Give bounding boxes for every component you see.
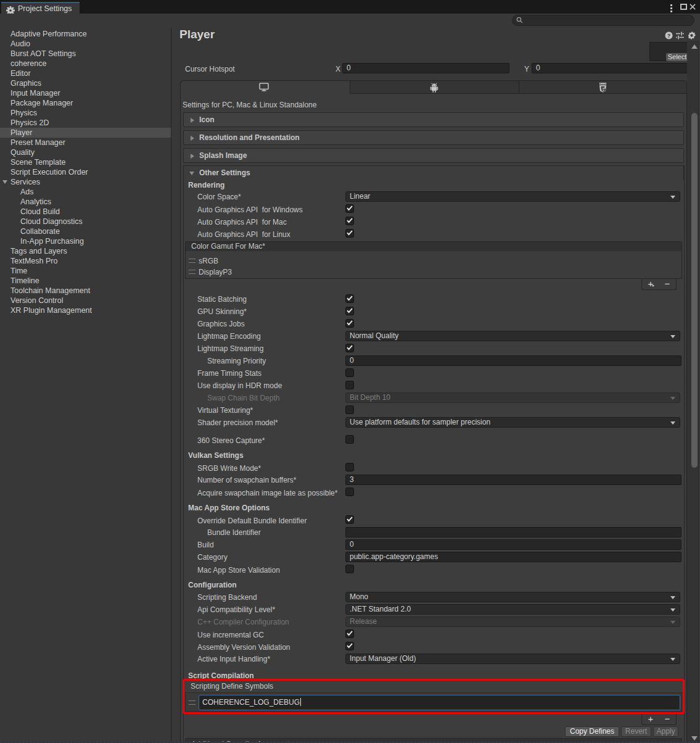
svg-text:?: ?	[667, 33, 671, 39]
